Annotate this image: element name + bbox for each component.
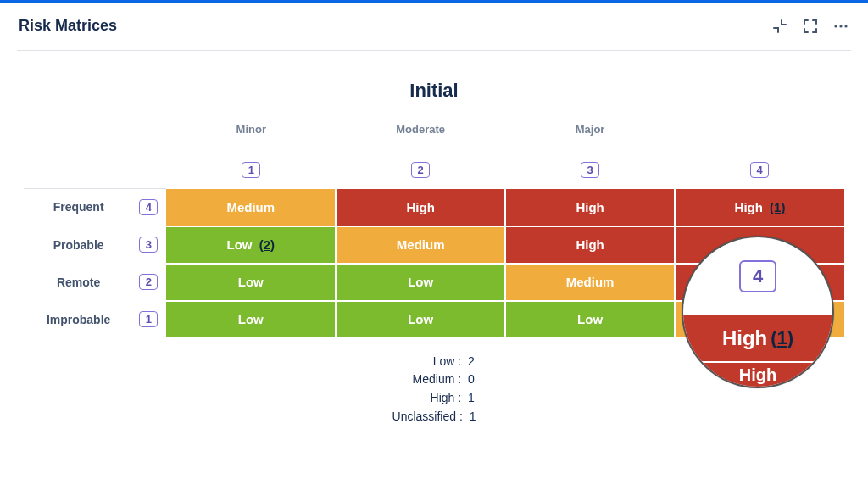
risk-cell-level: High — [735, 200, 763, 214]
app-window: Risk Matrices Initial — [0, 0, 868, 479]
risk-cell-level: Low — [408, 275, 433, 289]
risk-cell-level: High — [407, 200, 435, 214]
risk-cell[interactable]: Low — [336, 264, 505, 301]
impact-code[interactable]: 2 — [411, 162, 430, 178]
risk-cell-level: Medium — [736, 312, 784, 326]
summary-value: 2 — [465, 354, 475, 368]
risk-cell-count-link[interactable]: (2) — [259, 237, 275, 252]
risk-cell[interactable]: Low — [505, 301, 675, 338]
likelihood-code-cell: 1 — [131, 301, 166, 338]
summary-block: Low : 2Medium : 0High : 1Unclassified : … — [24, 353, 844, 426]
risk-cell-level: Low — [408, 312, 433, 326]
header-actions — [771, 18, 849, 35]
likelihood-label: Remote — [24, 264, 131, 301]
matrix-row: Improbable1LowLowLowMedium — [24, 301, 844, 338]
impact-code[interactable]: 4 — [750, 162, 769, 178]
risk-cell-level: Low — [577, 312, 603, 326]
risk-cell-level: Low — [238, 275, 264, 289]
likelihood-label: Improbable — [24, 301, 131, 338]
risk-cell-level: High — [746, 237, 774, 252]
matrix-row: Remote2LowLowMediumHigh — [24, 264, 844, 301]
risk-cell[interactable]: High — [505, 189, 675, 226]
summary-line: Low : 2 — [24, 353, 844, 371]
risk-cell[interactable]: Medium — [336, 226, 505, 264]
impact-code[interactable]: 1 — [242, 162, 260, 178]
likelihood-label: Frequent — [24, 189, 131, 226]
likelihood-code-cell: 3 — [131, 226, 166, 264]
risk-cell[interactable]: Low — [336, 301, 505, 338]
risk-cell[interactable]: Medium — [166, 189, 336, 226]
risk-matrix-body: Frequent4MediumHighHighHigh (1)Probable3… — [24, 188, 844, 339]
risk-cell[interactable]: Medium — [675, 301, 844, 338]
likelihood-code-cell: 2 — [131, 264, 166, 301]
minimize-icon[interactable] — [771, 18, 788, 35]
risk-cell[interactable]: High — [505, 226, 675, 264]
risk-cell[interactable]: Medium — [505, 264, 675, 301]
likelihood-label: Probable — [24, 226, 131, 264]
risk-cell-level: Medium — [397, 237, 445, 252]
summary-line: Unclassified : 1 — [24, 408, 844, 426]
page-title: Risk Matrices — [19, 17, 117, 35]
risk-cell[interactable]: High — [675, 226, 844, 264]
content-area: Initial Minor Moderate Major 1 2 3 4 Fre… — [0, 80, 868, 443]
likelihood-code[interactable]: 1 — [139, 311, 158, 327]
risk-cell-level: Low — [227, 237, 253, 252]
summary-line: Medium : 0 — [24, 370, 844, 389]
summary-value: 1 — [466, 409, 476, 423]
risk-cell[interactable]: High — [336, 189, 505, 226]
summary-line: High : 1 — [24, 389, 844, 408]
summary-label: Low : — [393, 353, 461, 371]
impact-label: Moderate — [396, 123, 445, 136]
impact-code-row: 1 2 3 4 — [24, 151, 844, 188]
svg-point-2 — [844, 25, 847, 27]
impact-label: Major — [576, 123, 605, 136]
matrix-row: Frequent4MediumHighHighHigh (1) — [24, 189, 844, 226]
likelihood-code[interactable]: 3 — [139, 237, 158, 253]
header-bar: Risk Matrices — [0, 3, 868, 50]
impact-code[interactable]: 3 — [581, 162, 599, 178]
risk-cell-level: High — [576, 237, 604, 252]
svg-point-0 — [834, 25, 837, 27]
impact-label: Minor — [236, 123, 266, 136]
risk-cell-level: Medium — [226, 200, 275, 214]
summary-label: Medium : — [393, 370, 461, 389]
impact-header-row: Minor Moderate Major — [24, 114, 844, 151]
risk-cell-level: High — [576, 200, 604, 214]
header-divider — [17, 50, 851, 51]
risk-cell-level: Low — [238, 312, 264, 326]
more-icon[interactable] — [832, 18, 849, 35]
likelihood-code[interactable]: 4 — [139, 199, 158, 215]
risk-cell[interactable]: Low — [166, 301, 336, 338]
summary-label: Unclassified : — [392, 408, 463, 426]
likelihood-code[interactable]: 2 — [139, 274, 158, 290]
summary-value: 1 — [465, 391, 475, 404]
risk-cell[interactable]: Low — [166, 264, 336, 301]
risk-cell-count-link[interactable]: (1) — [770, 200, 785, 214]
risk-cell[interactable]: High — [675, 264, 844, 301]
risk-cell[interactable]: High (1) — [675, 189, 844, 226]
risk-cell-level: Medium — [566, 275, 615, 289]
summary-label: High : — [393, 389, 461, 408]
risk-cell-level: High — [746, 275, 774, 289]
likelihood-code-cell: 4 — [131, 189, 166, 226]
fullscreen-icon[interactable] — [802, 18, 819, 35]
risk-cell[interactable]: Low (2) — [166, 226, 336, 264]
matrix-row: Probable3Low (2)MediumHighHigh — [24, 226, 844, 264]
risk-matrix: Minor Moderate Major 1 2 3 4 — [24, 114, 844, 188]
svg-point-1 — [839, 25, 842, 27]
summary-value: 0 — [465, 372, 475, 386]
chart-title: Initial — [24, 80, 844, 102]
